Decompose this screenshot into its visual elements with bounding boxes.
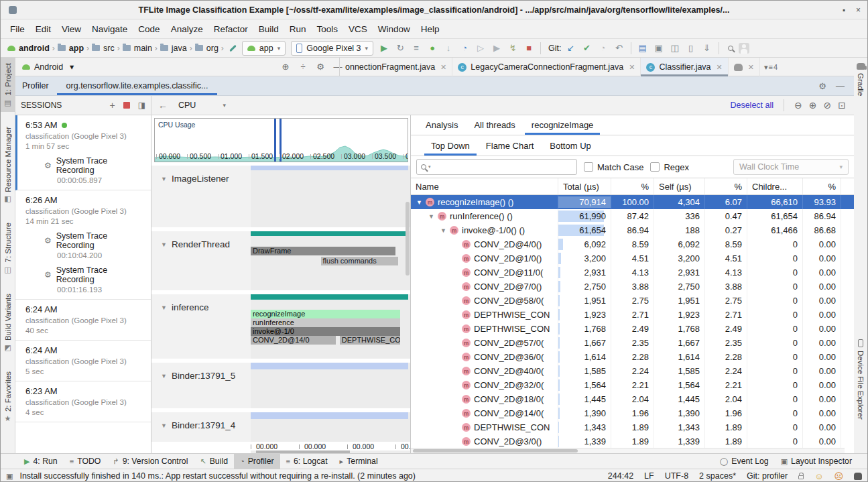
toolwindow-button-layout-inspector[interactable]: ▣Layout Inspector [775,454,858,469]
caret-position[interactable]: 244:42 [608,471,633,481]
breadcrumb-java[interactable]: java [160,44,187,53]
breadcrumb-app[interactable]: app [58,44,84,53]
table-row[interactable]: mCONV_2D@4/0()6,0928.596,0928.5900.00 [411,237,854,251]
thread-label[interactable]: ▼inference [161,302,208,312]
table-row[interactable]: ▼mrecognizeImage() ()70,914100.004,3046.… [411,195,854,209]
device-select[interactable]: Google Pixel 3▾ [291,41,373,56]
menu-tools[interactable]: Tools [312,21,344,37]
trace-span[interactable]: invoke@-1/0 [251,327,400,336]
menu-refactor[interactable]: Refactor [208,21,253,37]
toolwindow-button-todo[interactable]: ≡TODO [64,454,107,469]
table-row[interactable]: ▼mrunInference() ()61,99087.423360.4761,… [411,209,854,223]
profile-apk-icon[interactable]: ◫ [667,41,683,56]
menu-edit[interactable]: Edit [30,21,56,37]
build-wrench-icon[interactable] [229,44,237,52]
expand-arrow-icon[interactable]: ▼ [428,213,438,220]
toolwindow-button-terminal[interactable]: ▸Terminal [334,454,384,469]
match-case-checkbox[interactable] [584,162,593,172]
subtab-bottom-up[interactable]: Bottom Up [542,135,599,156]
toolwindow-toggle-icon[interactable]: ▣ [6,472,13,481]
breadcrumb-org[interactable]: org [195,44,219,53]
thread-label[interactable]: ▼Binder:13791_4 [161,420,235,430]
column-header-5[interactable]: % [705,178,747,194]
editor-tab-2[interactable]: cLegacyCameraConnectionFragment.java✕ [452,58,641,76]
trace-recording-item[interactable]: ⚙System Trace Recording [25,231,147,250]
git-update-icon[interactable]: ↙ [563,41,579,56]
collapse-panel-icon[interactable]: ◨ [138,101,145,110]
toolwindow-button-4-run[interactable]: ▶4: Run [18,454,64,469]
stage-selector[interactable]: CPU ▾ [174,101,230,110]
menu-view[interactable]: View [56,21,86,37]
table-row[interactable]: mCONV_2D@40/0(1,5852.241,5852.2400.00 [411,364,854,378]
restart-activity-icon[interactable]: ↯ [505,41,521,56]
subtab-top-down[interactable]: Top Down [423,135,478,156]
regex-option[interactable]: Regex [650,162,689,172]
toolwindow-button-6-logcat[interactable]: ≡6: Logcat [280,454,334,469]
search-field[interactable]: ▾ [416,159,577,175]
trace-recording-item[interactable]: ⚙System Trace Recording [25,265,147,284]
table-horizontal-scrollbar[interactable] [411,448,845,453]
settings-icon[interactable]: ⚙ [818,81,826,91]
attach-profiler-icon[interactable]: ▶ [489,41,505,56]
tab-recognizeimage[interactable]: recognizeImage [523,115,602,135]
emulator-icon[interactable]: ▣ [651,41,667,56]
session-item[interactable]: 6:24 AMclassification (Google Pixel 3)5 … [15,341,151,381]
back-arrow-icon[interactable]: ← [151,100,174,111]
editor-tab-3[interactable]: cClassifier.java✕ [641,58,728,76]
stripe-button-2-favorites[interactable]: 2: Favorites★ [1,366,15,428]
thread-group-imagelistener[interactable]: ▼ImageListener [151,166,411,227]
sad-face-icon[interactable]: ☹ [834,472,843,481]
stripe-button-gradle[interactable]: Gradle [853,63,868,97]
tab-list-dropdown[interactable]: ▾≡4 [760,58,782,76]
thread-group-inference[interactable]: ▼inferencerecognizeImagerunInferenceinvo… [151,294,411,359]
table-row[interactable]: mCONV_2D@58/0(1,9512.751,9512.7500.00 [411,294,854,308]
trace-span[interactable]: DrawFrame [251,247,395,255]
table-row[interactable]: mCONV_2D@1/0()3,2004.513,2004.5100.00 [411,251,854,265]
column-header-4[interactable]: Self (µs) [654,178,705,194]
expand-arrow-icon[interactable]: ▼ [416,199,426,206]
cpu-usage-chart[interactable]: CPU Usage 00.00000.50001.00001.50002.000… [154,118,408,162]
table-row[interactable]: mDEPTHWISE_CON1,7682.491,7682.4900.00 [411,322,854,336]
trace-span[interactable]: runInference [251,318,400,327]
apply-code-changes-icon[interactable]: ↓ [440,41,456,56]
zoom-out-icon[interactable]: ⊖ [794,100,802,111]
menu-window[interactable]: Window [373,21,416,37]
table-row[interactable]: mCONV_2D@11/0(2,9314.132,9314.1300.00 [411,265,854,280]
breadcrumb-main[interactable]: main [123,44,152,53]
match-case-option[interactable]: Match Case [584,162,643,172]
table-row[interactable]: mDEPTHWISE_CON1,3431.891,3431.8900.00 [411,420,854,434]
editor-tab-profiler-icon[interactable]: ✕ [729,58,760,76]
menu-file[interactable]: File [5,21,30,37]
thread-label[interactable]: ▼ImageListener [161,174,229,184]
menu-navigate[interactable]: Navigate [86,21,133,37]
trace-span[interactable]: flush commands [321,257,398,265]
table-row[interactable]: mDEPTHWISE_CON1,9232.711,9232.7100.00 [411,308,854,322]
user-avatar[interactable] [739,43,749,54]
trace-recording-item[interactable]: ⚙System Trace Recording [25,156,147,175]
close-icon[interactable]: ✕ [748,63,754,72]
deselect-all-link[interactable]: Deselect all [730,101,773,110]
close-icon[interactable]: ✕ [440,63,446,72]
tab-all-threads[interactable]: All threads [466,115,523,135]
git-history-icon[interactable]: ◔ [595,41,611,56]
regex-checkbox[interactable] [650,162,660,172]
toolwindow-button-build[interactable]: ↖Build [194,454,234,469]
stripe-button-device-file-explorer[interactable]: Device File Explorer [853,339,868,420]
table-row[interactable]: mCONV_2D@57/0(1,6672.351,6672.3500.00 [411,336,854,350]
stripe-button-7-structure[interactable]: 7: Structure◫ [1,217,15,278]
hide-icon[interactable]: — [836,81,845,91]
profiler-session-tab[interactable]: org.tensorflow.lite.examples.classific..… [57,76,218,95]
close-icon[interactable]: ✕ [629,63,635,72]
chevron-down-icon[interactable]: ▼ [161,176,167,182]
git-rollback-icon[interactable]: ↶ [611,41,627,56]
column-header-1[interactable]: Name [411,178,558,194]
search-everywhere-icon[interactable] [723,41,739,56]
chevron-down-icon[interactable]: ▼ [161,422,167,429]
run-config-select[interactable]: app▾ [242,41,286,56]
session-item[interactable]: 6:26 AMclassification (Google Pixel 3)14… [15,190,151,300]
profile-icon[interactable]: ◔ [456,41,473,56]
toolwindow-button-profiler[interactable]: ◔Profiler [234,454,280,469]
subtab-flame-chart[interactable]: Flame Chart [478,135,542,156]
line-ending[interactable]: LF [644,471,654,481]
table-row[interactable]: mCONV_2D@18/0(1,4452.041,4452.0400.00 [411,392,854,406]
